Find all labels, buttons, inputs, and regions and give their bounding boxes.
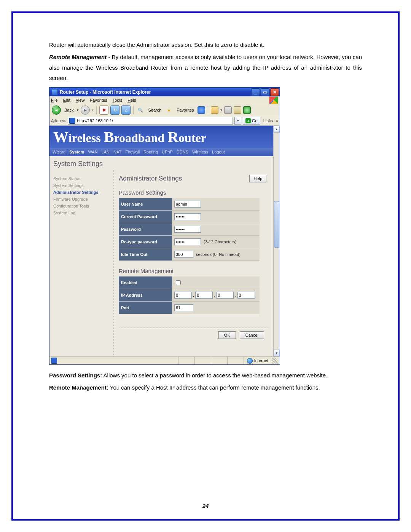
toolbar: ◄ Back ▾ ► ▾ ✖ ↻ ⌂ 🔍 Search ★ Favorites … xyxy=(49,104,280,116)
action-row: OK Cancel xyxy=(119,327,269,339)
go-label: Go xyxy=(252,118,258,123)
close-button[interactable]: ✕ xyxy=(270,88,279,96)
links-chevron-icon[interactable]: » xyxy=(276,119,278,123)
globe-icon xyxy=(247,358,253,364)
ok-button[interactable]: OK xyxy=(218,331,236,339)
favorites-label[interactable]: Favorites xyxy=(175,108,195,112)
ip-octet-3[interactable] xyxy=(216,292,234,299)
idle-timeout-input[interactable] xyxy=(174,251,193,258)
menu-edit[interactable]: Edit xyxy=(63,98,70,102)
doc-text: Router will automatically close the Admi… xyxy=(49,40,362,50)
home-button[interactable]: ⌂ xyxy=(121,105,131,115)
search-label[interactable]: Search xyxy=(147,108,163,112)
nav-system[interactable]: System xyxy=(69,150,84,154)
retype-hint: (3-12 Characters) xyxy=(204,240,236,244)
nav-wan[interactable]: WAN xyxy=(88,150,97,154)
menu-view[interactable]: View xyxy=(76,98,85,102)
router-banner: Wireless Broadband Router xyxy=(49,126,273,148)
scroll-thumb[interactable] xyxy=(274,201,279,248)
mail-icon[interactable] xyxy=(234,106,241,114)
nav-nat[interactable]: NAT xyxy=(113,150,121,154)
vertical-scrollbar[interactable]: ▲ ▼ xyxy=(273,126,280,356)
go-button[interactable]: ➔ Go xyxy=(243,117,260,125)
ip-octet-2[interactable] xyxy=(195,292,213,299)
minimize-button[interactable]: _ xyxy=(251,88,260,96)
nav-wireless[interactable]: Wireless xyxy=(192,150,208,154)
resize-grip-icon[interactable] xyxy=(272,358,277,364)
password-input[interactable] xyxy=(174,226,201,233)
back-dropdown-icon[interactable]: ▾ xyxy=(77,108,79,112)
security-zone: Internet xyxy=(244,357,271,364)
address-label: Address xyxy=(51,118,66,123)
history-dropdown-icon[interactable]: ▾ xyxy=(220,108,222,112)
help-button[interactable]: Help xyxy=(249,175,266,182)
back-button[interactable]: ◄ xyxy=(52,105,61,115)
port-input[interactable] xyxy=(174,304,193,311)
nav-wizard[interactable]: Wizard xyxy=(53,150,65,154)
password-label: Password xyxy=(119,223,172,236)
print-icon[interactable] xyxy=(224,106,232,114)
favorites-icon[interactable]: ★ xyxy=(165,106,173,114)
back-label[interactable]: Back xyxy=(63,108,75,112)
sidebar-item-firmware[interactable]: Firmware Upgrade xyxy=(53,197,111,201)
nav-logout[interactable]: Logout xyxy=(212,150,225,154)
sidebar-item-settings[interactable]: System Settings xyxy=(53,183,111,188)
retype-password-input[interactable] xyxy=(174,238,201,245)
nav-upnp[interactable]: UPnP xyxy=(162,150,173,154)
enabled-checkbox[interactable] xyxy=(176,280,181,285)
nav-ddns[interactable]: DDNS xyxy=(177,150,188,154)
page-number: 24 xyxy=(13,503,398,509)
messenger-icon[interactable] xyxy=(243,106,251,114)
window-title: Router Setup - Microsoft Internet Explor… xyxy=(60,89,250,95)
section-title: Administrator Settings xyxy=(119,175,269,182)
go-arrow-icon: ➔ xyxy=(245,118,251,123)
zone-label: Internet xyxy=(254,358,268,363)
remote-mgmt-label: Remote Management xyxy=(49,54,107,60)
menubar: File Edit View Favorites Tools Help xyxy=(49,96,280,104)
links-label[interactable]: Links xyxy=(262,118,275,123)
ip-address-label: IP Address xyxy=(119,289,172,302)
current-password-input[interactable] xyxy=(174,213,201,220)
port-label: Port xyxy=(119,302,172,314)
sidebar-item-admin[interactable]: Administrator Settings xyxy=(53,190,111,195)
router-main: System Status System Settings Administra… xyxy=(49,170,273,356)
forward-dropdown-icon[interactable]: ▾ xyxy=(92,108,94,112)
remote-mgmt-label-2: Remote Management: xyxy=(49,384,108,391)
menu-help[interactable]: Help xyxy=(127,98,136,102)
url-text: http://192.168.10.1/ xyxy=(77,118,113,123)
idle-timeout-label: Idle Time Out xyxy=(119,248,172,261)
remote-management-title: Remote Management xyxy=(119,268,269,274)
media-icon[interactable] xyxy=(198,106,205,114)
user-name-label: User Name xyxy=(119,198,172,211)
history-icon[interactable] xyxy=(211,106,218,114)
sidebar-item-status[interactable]: System Status xyxy=(53,176,111,181)
address-input[interactable]: http://192.168.10.1/ xyxy=(68,117,233,125)
doc-text: Password Settings: Allows you to select … xyxy=(49,370,362,381)
menu-tools[interactable]: Tools xyxy=(113,98,123,102)
scroll-down-icon[interactable]: ▼ xyxy=(274,350,280,356)
brand-title: Wireless Broadband Router xyxy=(53,128,206,146)
titlebar: Router Setup - Microsoft Internet Explor… xyxy=(49,88,280,96)
user-name-input[interactable] xyxy=(174,201,201,208)
cancel-button[interactable]: Cancel xyxy=(240,331,264,339)
menu-favorites[interactable]: Favorites xyxy=(90,98,107,102)
sidebar-item-syslog[interactable]: System Log xyxy=(53,211,111,215)
current-password-label: Current Password xyxy=(119,211,172,223)
search-icon[interactable]: 🔍 xyxy=(136,106,145,114)
nav-firewall[interactable]: Firewall xyxy=(125,150,140,154)
forward-button[interactable]: ► xyxy=(81,105,90,115)
sidebar-item-config[interactable]: Configuration Tools xyxy=(53,204,111,208)
ip-octet-1[interactable] xyxy=(174,292,192,299)
sidebar: System Status System Settings Administra… xyxy=(49,170,114,356)
stop-button[interactable]: ✖ xyxy=(99,105,108,115)
refresh-button[interactable]: ↻ xyxy=(110,105,119,115)
router-topnav: Wizard System WAN LAN NAT Firewall Routi… xyxy=(49,148,273,156)
nav-lan[interactable]: LAN xyxy=(102,150,110,154)
password-settings-table: User Name Current Password Password xyxy=(119,198,260,261)
nav-routing[interactable]: Routing xyxy=(143,150,158,154)
menu-file[interactable]: File xyxy=(51,98,58,102)
maximize-button[interactable]: ▭ xyxy=(261,88,269,96)
ip-octet-4[interactable] xyxy=(237,292,255,299)
scroll-up-icon[interactable]: ▲ xyxy=(274,126,280,133)
address-dropdown-icon[interactable]: ▾ xyxy=(234,117,241,125)
